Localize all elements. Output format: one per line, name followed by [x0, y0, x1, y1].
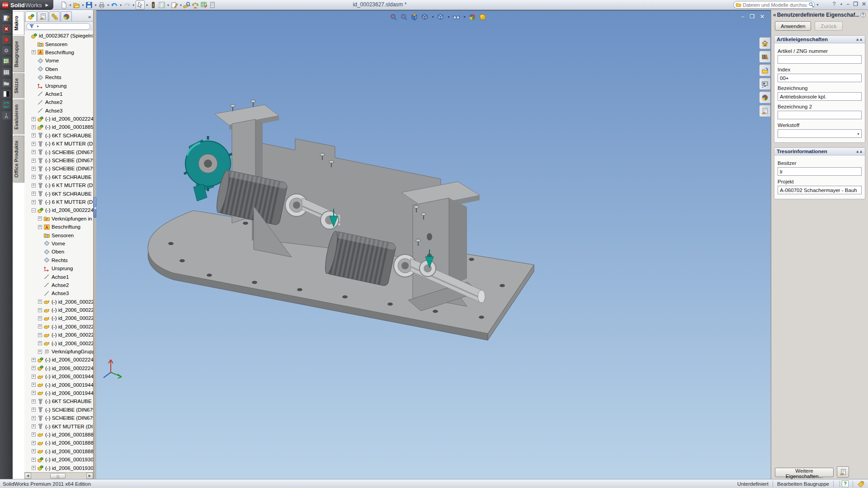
tree-item[interactable]: +(-) id_2006_00022246< [24, 306, 93, 314]
expand-icon[interactable]: + [32, 200, 36, 204]
doc-restore-button[interactable]: ❐ [750, 14, 755, 20]
tree-item[interactable]: +(-) id_2006_00019304<2> ( [24, 464, 93, 472]
expand-icon[interactable]: + [32, 159, 36, 163]
zoomfit-icon[interactable] [389, 13, 398, 21]
expand-icon[interactable]: + [38, 216, 42, 221]
taskpane-palette-tab[interactable] [759, 78, 770, 90]
zoomarea-icon[interactable] [400, 13, 408, 21]
folder-icon[interactable] [2, 79, 11, 87]
expand-icon[interactable]: + [32, 125, 36, 129]
hideshow-icon[interactable] [452, 13, 461, 21]
menu-expand-icon[interactable]: ▶ [45, 3, 48, 7]
scrollbar-thumb[interactable]: ||| [50, 473, 66, 479]
tree-item[interactable]: +(-) id_2006_00022249<1> ( [24, 115, 93, 123]
tab-makro[interactable]: Makro [13, 11, 24, 35]
taskpane-customprops-tab[interactable] [759, 105, 770, 117]
artikel-zng-nummer-field[interactable] [778, 55, 862, 64]
tree-item[interactable]: +(-) id_2006_00018882<4> ( [24, 447, 93, 455]
tree-item[interactable]: Sensoren [24, 231, 93, 239]
panel-splitter[interactable]: ◀ [94, 10, 96, 479]
undo-dropdown-icon[interactable]: ▼ [119, 4, 123, 7]
edit-note-icon[interactable] [2, 14, 11, 22]
tree-item[interactable]: +(-) 6 KT MUTTER (DIN934) [24, 198, 93, 206]
tree-item[interactable]: Vorne [24, 56, 93, 65]
scroll-left-icon[interactable]: ◀ [24, 473, 31, 479]
tree-item[interactable]: Oben [24, 248, 93, 256]
hideshow-dropdown-icon[interactable]: ▼ [463, 15, 466, 19]
save-icon[interactable] [85, 0, 93, 9]
expand-icon[interactable]: + [32, 391, 36, 395]
tree-item[interactable]: +(-) id_2006_00022244< [24, 298, 93, 306]
expand-icon[interactable]: + [38, 225, 42, 229]
stop-icon[interactable] [2, 24, 11, 33]
tree-item[interactable]: Oben [24, 65, 93, 73]
apply-button[interactable]: Anwenden [775, 21, 811, 31]
select-dropdown-icon[interactable]: ▼ [146, 4, 149, 7]
tree-item[interactable]: Achse2 [24, 281, 93, 289]
tree-item[interactable]: +(-) id_2006_00022246< [24, 314, 93, 322]
tree-item[interactable]: Achse1 [24, 90, 93, 98]
tree-item[interactable]: +VerknüpfungGruppe1 [24, 347, 93, 356]
tree-item[interactable]: Vorne [24, 239, 93, 248]
displaystyle-dropdown-icon[interactable]: ▼ [447, 15, 450, 19]
expand-icon[interactable]: + [32, 399, 36, 404]
tree-item[interactable]: +(-) id_2006_00019304<1> ( [24, 455, 93, 464]
tab-office-produkte[interactable]: Office Produkte [13, 136, 24, 183]
splitter-collapse-icon[interactable]: ◀ [94, 197, 96, 218]
rebuild-icon[interactable] [149, 0, 157, 9]
displaymanager-tab[interactable] [61, 11, 72, 21]
tree-item[interactable]: Achse1 [24, 272, 93, 281]
expand-icon[interactable]: + [38, 300, 42, 304]
taskpane-ball-tab[interactable] [759, 91, 770, 103]
section-icon[interactable] [410, 13, 419, 21]
tree-item[interactable]: +Beschriftung [24, 48, 93, 56]
save-dropdown-icon[interactable]: ▼ [94, 4, 97, 7]
app-logo[interactable]: SW Solid Works ▶ [0, 0, 53, 10]
werkstoff-dropdown-icon[interactable]: ▼ [857, 132, 860, 136]
tree-item[interactable]: Rechts [24, 256, 93, 264]
minimize-button[interactable]: – [846, 1, 849, 7]
propertymanager-tab[interactable] [37, 11, 48, 21]
tree-horizontal-scrollbar[interactable]: ◀ ||| ▶ [24, 472, 93, 479]
tree-item[interactable]: +(-) id_2006_00019440<1> ( [24, 372, 93, 380]
tree-item[interactable]: +Beschriftung [24, 223, 93, 231]
expand-icon[interactable]: + [32, 458, 36, 462]
refresh-icon[interactable] [2, 100, 11, 109]
expand-icon[interactable]: + [32, 150, 36, 154]
tree-item[interactable]: id_00023627 (SpiegelnStanda [24, 32, 93, 40]
tool-icon[interactable] [2, 111, 11, 120]
panel-help-icon[interactable] [860, 12, 866, 18]
expand-icon[interactable]: + [32, 366, 36, 370]
tree-item[interactable]: +(-) 6KT SCHRAUBE (DIN93 [24, 173, 93, 181]
help-dropdown-icon[interactable]: ▼ [840, 3, 843, 6]
expand-icon[interactable]: + [32, 424, 36, 428]
redo-dropdown-icon[interactable]: ▼ [132, 4, 135, 7]
search-icon[interactable] [808, 2, 814, 8]
undo-icon[interactable] [110, 0, 118, 9]
search-dropdown-icon[interactable]: ▼ [816, 3, 819, 6]
ball-icon[interactable] [468, 13, 476, 21]
tree-item[interactable]: +(-) id_2006_00018882<2> ( [24, 439, 93, 447]
besitzer-field[interactable] [778, 167, 862, 176]
expand-icon[interactable]: + [38, 308, 42, 312]
graphics-viewport[interactable]: ▼▼▼ – ❐ ✕ [96, 10, 771, 479]
back-button[interactable]: Zurück [815, 21, 842, 31]
expand-icon[interactable]: + [32, 383, 36, 387]
tree-item[interactable]: +(-) id_2006_00022248<2> ( [24, 356, 93, 364]
expand-icon[interactable]: + [38, 350, 42, 354]
tree-item[interactable]: +(-) id_2006_00019440<4> ( [24, 380, 93, 389]
expand-icon[interactable]: + [32, 466, 36, 470]
panel-collapse-icon[interactable]: « [773, 12, 776, 18]
tab-baugruppe[interactable]: Baugruppe [13, 36, 24, 72]
group-collapse-icon[interactable]: ▲▲ [855, 37, 863, 42]
expand-icon[interactable]: + [32, 358, 36, 362]
tree-item[interactable]: Ursprung [24, 81, 93, 89]
scroll-right-icon[interactable]: ▶ [86, 473, 93, 479]
displaystyle-icon[interactable] [436, 13, 445, 21]
taskpane-explorer-tab[interactable] [759, 64, 770, 76]
tree-item[interactable]: +(-) id_2006_00022247< [24, 331, 93, 339]
featuremanager-tab[interactable] [25, 11, 37, 21]
tree-item[interactable]: Achse3 [24, 289, 93, 297]
contrast-icon[interactable] [2, 89, 11, 98]
tree-item[interactable]: +(-) id_2006_00018882<1> ( [24, 431, 93, 439]
